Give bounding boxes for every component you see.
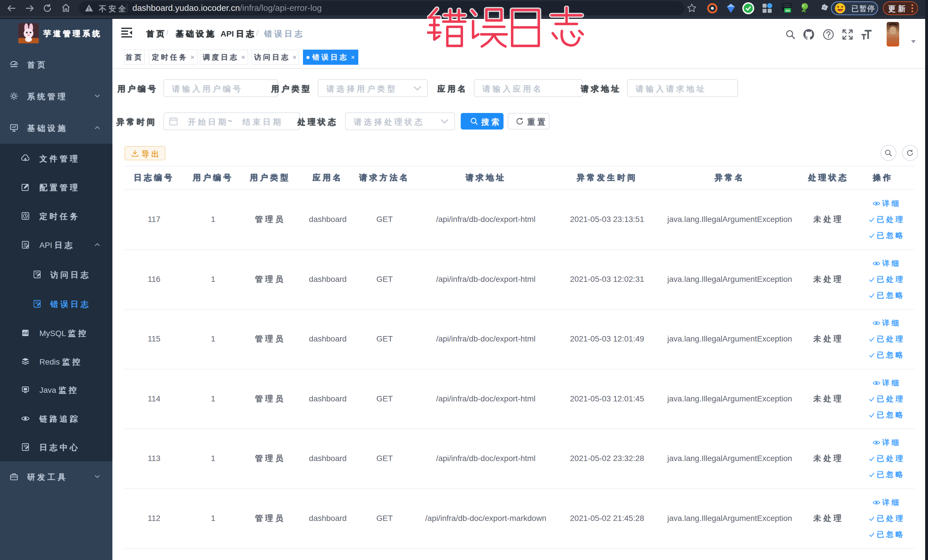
svg-text:on: on xyxy=(786,9,790,12)
